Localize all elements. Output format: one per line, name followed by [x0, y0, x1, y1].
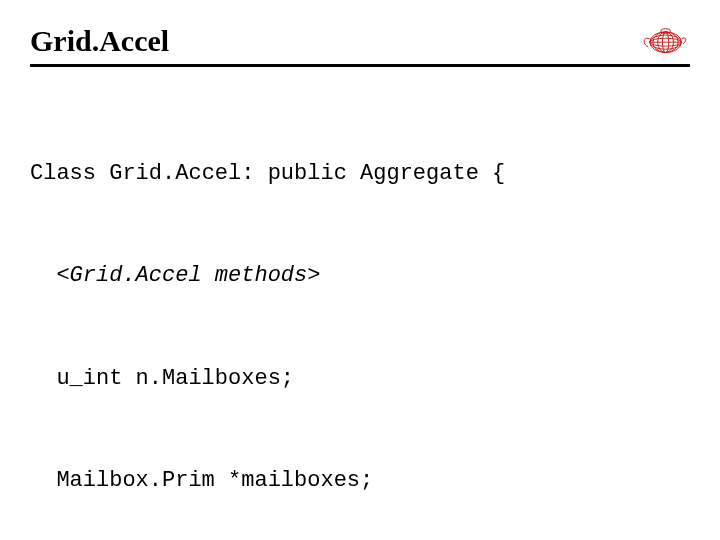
slide-title: Grid.Accel	[30, 24, 169, 58]
code-line-methods: <Grid.Accel methods>	[30, 259, 690, 293]
teapot-icon	[638, 20, 690, 58]
code-line: Class Grid.Accel: public Aggregate {	[30, 157, 690, 191]
slide: Grid.Accel Class Grid.Accel: public A	[0, 0, 720, 540]
slide-header: Grid.Accel	[30, 20, 690, 67]
code-block: Class Grid.Accel: public Aggregate { <Gr…	[30, 89, 690, 540]
svg-point-6	[661, 29, 671, 34]
code-line: u_int n.Mailboxes;	[30, 362, 690, 396]
code-line: Mailbox.Prim *mailboxes;	[30, 464, 690, 498]
